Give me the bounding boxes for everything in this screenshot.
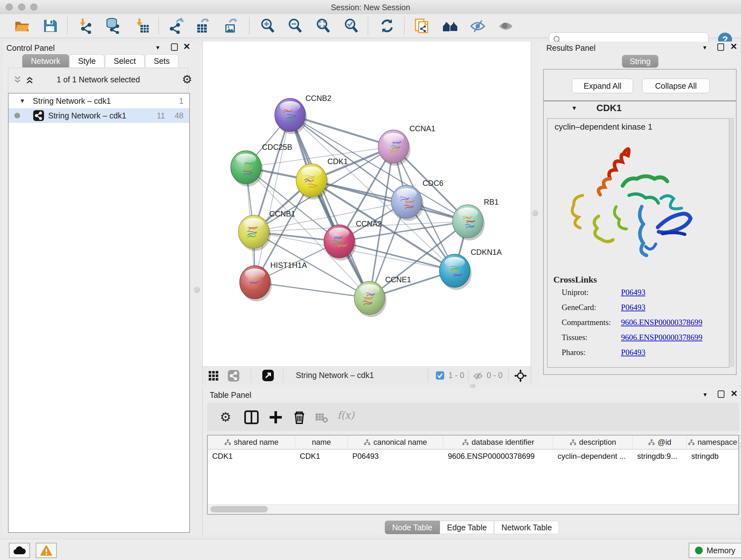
network-node-ccna1[interactable]: [378, 130, 410, 166]
tab-edge-table[interactable]: Edge Table: [440, 521, 494, 534]
export-image-icon[interactable]: [223, 18, 239, 34]
delete-column-icon[interactable]: [292, 410, 307, 425]
zoom-out-icon[interactable]: [287, 18, 303, 34]
network-tree-root-row[interactable]: ▼ String Network – cdk1 1: [9, 94, 189, 108]
export-network-icon[interactable]: [169, 18, 185, 34]
protein-structure-image: [565, 141, 699, 269]
birdseye-grid-icon[interactable]: [208, 371, 219, 381]
cloud-button[interactable]: [9, 543, 30, 558]
crosslink-link[interactable]: P06493: [621, 348, 645, 357]
network-options-gear-icon[interactable]: ⚙: [182, 74, 192, 85]
results-panel-close-icon[interactable]: ✕: [730, 44, 738, 50]
homes-icon[interactable]: [442, 18, 458, 34]
tab-node-table[interactable]: Node Table: [385, 521, 440, 534]
open-in-window-icon[interactable]: [262, 369, 274, 381]
zoom-in-icon[interactable]: [260, 18, 276, 34]
network-canvas[interactable]: CCNB2CCNA1CDC25BCDK1CDC6RB1CCNB1CCNA2CDK…: [202, 42, 531, 367]
network-edge[interactable]: [312, 180, 468, 221]
tab-select[interactable]: Select: [105, 54, 144, 67]
open-folder-icon[interactable]: [14, 18, 30, 34]
node-label-ccna1: CCNA1: [409, 124, 435, 133]
import-network-icon[interactable]: [77, 18, 93, 34]
table-cell[interactable]: cyclin–dependent ...: [553, 449, 632, 463]
results-vertical-scrollbar[interactable]: [730, 118, 734, 367]
expand-all-button[interactable]: Expand All: [572, 78, 633, 93]
pan-crosshair-icon[interactable]: [514, 369, 527, 382]
table-panel-close-icon[interactable]: ✕: [731, 390, 738, 397]
table-scrollbar-thumb[interactable]: [210, 506, 268, 512]
left-splitter[interactable]: [192, 42, 202, 535]
memory-status-dot-icon: [695, 547, 703, 554]
table-cell[interactable]: stringdb:9...: [633, 449, 687, 463]
tab-style[interactable]: Style: [70, 54, 105, 67]
control-panel-float-icon[interactable]: [171, 44, 178, 51]
network-edge[interactable]: [255, 282, 369, 298]
column-header-shared-name[interactable]: shared name: [208, 435, 295, 449]
table-settings-gear-icon[interactable]: ⚙: [220, 410, 234, 425]
column-header-description[interactable]: description: [553, 435, 632, 449]
network-tree-child-row[interactable]: String Network – cdk1 11 48: [9, 108, 189, 123]
table-toolbar: ⚙ f(x): [207, 403, 739, 431]
table-cell[interactable]: stringdb: [687, 449, 738, 463]
zoom-fit-icon[interactable]: [315, 18, 331, 34]
table-cell[interactable]: P06493: [348, 449, 443, 463]
left-splitter-grip[interactable]: [194, 287, 200, 293]
network-list-header: 1 of 1 Network selected ⚙: [8, 68, 189, 92]
table-panel-float-icon[interactable]: [718, 390, 724, 398]
save-icon[interactable]: [42, 18, 58, 34]
crosslink-link[interactable]: P06493: [621, 303, 645, 312]
network-node-hist1h1a[interactable]: [240, 266, 272, 301]
network-node-cdkn1a[interactable]: [440, 254, 472, 290]
refresh-icon[interactable]: [379, 18, 395, 34]
table-horizontal-scrollbar[interactable]: [208, 504, 738, 514]
table-cell[interactable]: CDK1: [295, 449, 348, 463]
table-cell[interactable]: 9606.ENSP00000378699: [443, 449, 553, 463]
footer-separator: [283, 369, 283, 382]
table-cell[interactable]: CDK1: [208, 449, 295, 463]
network-node-rb1[interactable]: [453, 205, 485, 240]
right-splitter[interactable]: [530, 42, 539, 384]
show-columns-icon[interactable]: [244, 410, 259, 425]
column-header-name[interactable]: name: [295, 435, 348, 449]
column-header-namespace[interactable]: namespace: [687, 435, 738, 449]
export-table-icon[interactable]: [195, 18, 211, 34]
gene-collapse-triangle-icon[interactable]: ▼: [571, 105, 577, 112]
right-splitter-grip[interactable]: [532, 210, 538, 216]
control-panel-close-icon[interactable]: ✕: [183, 44, 191, 50]
string-style-icon[interactable]: [227, 370, 240, 382]
tab-sets[interactable]: Sets: [145, 54, 179, 67]
column-header-database-identifier[interactable]: database identifier: [443, 435, 553, 449]
crosslink-link[interactable]: P06493: [621, 288, 645, 297]
control-panel-menu-icon[interactable]: ▼: [155, 45, 160, 51]
memory-button[interactable]: Memory: [689, 543, 741, 558]
results-panel-float-icon[interactable]: [718, 44, 724, 51]
results-tab-string[interactable]: String: [539, 55, 741, 68]
tab-network-table[interactable]: Network Table: [494, 521, 559, 534]
crosslink-link[interactable]: 9606.ENSP00000378699: [621, 318, 702, 327]
table-row[interactable]: CDK1CDK1P064939606.ENSP00000378699cyclin…: [208, 449, 738, 463]
tree-collapse-triangle-icon[interactable]: ▼: [19, 98, 25, 105]
column-header-canonical-name[interactable]: canonical name: [348, 435, 443, 449]
show-hide-blue-eye-icon[interactable]: [470, 18, 486, 34]
table-header-row: shared namenamecanonical namedatabase id…: [208, 435, 738, 449]
column-header--id[interactable]: @id: [633, 435, 687, 449]
selected-checkbox-icon[interactable]: [435, 371, 445, 380]
crosslink-row: Compartments:9606.ENSP00000378699: [562, 318, 728, 327]
zoom-selected-icon[interactable]: [343, 18, 359, 34]
import-table-icon[interactable]: [134, 18, 150, 34]
results-panel-menu-icon[interactable]: ▼: [702, 45, 708, 51]
tab-network[interactable]: Network: [22, 54, 69, 67]
network-edge[interactable]: [290, 115, 369, 298]
horizontal-splitter[interactable]: [202, 384, 741, 388]
collapse-all-button[interactable]: Collapse All: [642, 78, 710, 93]
network-node-cdk1[interactable]: [296, 164, 328, 199]
network-node-cdc25b[interactable]: [231, 151, 263, 186]
crosslink-link[interactable]: 9606.ENSP00000378699: [621, 333, 702, 342]
table-panel-menu-icon[interactable]: ▼: [702, 392, 708, 398]
import-database-icon[interactable]: [105, 18, 121, 34]
network-node-ccnb2[interactable]: [275, 98, 307, 134]
network-node-ccne1[interactable]: [354, 281, 387, 317]
add-column-icon[interactable]: [268, 410, 283, 425]
warning-button[interactable]: [36, 543, 57, 558]
copy-share-document-icon[interactable]: [414, 18, 430, 34]
